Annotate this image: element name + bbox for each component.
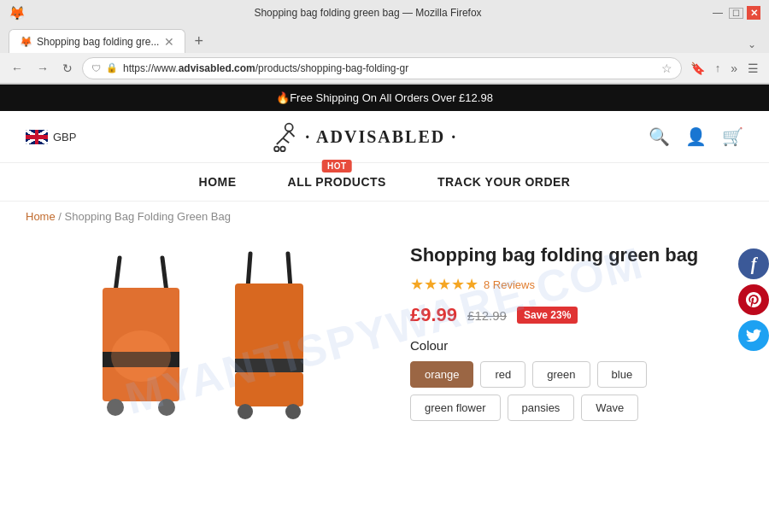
url-display: https://www.advisabled.com/products/shop… (123, 62, 656, 74)
tab-favicon-icon: 🦊 (20, 36, 32, 48)
browser-navbar: ← → ↻ 🛡 🔒 https://www.advisabled.com/pro… (0, 53, 769, 84)
bookmarks-button[interactable]: 🔖 (687, 59, 708, 78)
svg-rect-19 (235, 372, 303, 406)
promo-text: 🔥Free Shipping On All Orders Over £12.98 (276, 91, 493, 104)
uk-flag-icon (26, 130, 48, 144)
site-logo[interactable]: · ADVISABLED · (76, 121, 649, 152)
menu-button[interactable]: ☰ (744, 59, 762, 78)
search-icon[interactable]: 🔍 (649, 126, 670, 147)
product-images (26, 240, 384, 421)
product-info: Shopping bag folding green bag ★★★★★ 8 R… (410, 240, 743, 421)
breadcrumb: Home / Shopping Bag Folding Green Bag (0, 202, 769, 231)
colour-green-flower-button[interactable]: green flower (410, 395, 501, 421)
browser-titlebar: 🦊 Shopping bag folding green bag — Mozil… (0, 0, 769, 26)
svg-point-13 (158, 399, 175, 416)
product-title: Shopping bag folding green bag (410, 244, 743, 266)
svg-rect-17 (235, 284, 303, 360)
pinterest-share-button[interactable] (738, 284, 769, 315)
colour-wave-button[interactable]: Wave (581, 395, 638, 421)
svg-line-3 (283, 138, 289, 143)
price-original: £12.99 (467, 308, 507, 323)
svg-line-1 (283, 132, 289, 138)
colour-options: orange red green blue green flower pansi… (410, 361, 743, 421)
nav-extra-buttons: 🔖 ↑ » ☰ (687, 59, 762, 78)
site-content: 🔥Free Shipping On All Orders Over £12.98… (0, 85, 769, 430)
colour-label: Colour (410, 338, 743, 353)
colour-orange-button[interactable]: orange (410, 361, 473, 388)
lock-icon: 🔒 (106, 62, 118, 73)
header-icons: 🔍 👤 🛒 (649, 126, 743, 147)
maximize-button[interactable]: ☐ (729, 8, 743, 19)
twitter-icon (746, 328, 761, 343)
product-image-2 (209, 241, 329, 420)
breadcrumb-current: Shopping Bag Folding Green Bag (65, 210, 231, 223)
svg-line-16 (288, 254, 291, 288)
price-current: £9.99 (410, 304, 457, 326)
svg-point-6 (274, 147, 279, 151)
svg-point-21 (285, 404, 301, 419)
share-button[interactable]: ↑ (712, 59, 725, 77)
logo-text: · ADVISABLED · (305, 127, 457, 147)
tab-close-button[interactable]: ✕ (164, 35, 174, 49)
promo-bar: 🔥Free Shipping On All Orders Over £12.98 (0, 85, 769, 111)
currency-label: GBP (53, 131, 76, 143)
account-icon[interactable]: 👤 (685, 126, 707, 147)
logo-runner-icon (267, 121, 298, 152)
minimize-button[interactable]: — (710, 7, 725, 19)
svg-line-8 (162, 258, 167, 292)
colour-red-button[interactable]: red (480, 361, 525, 388)
svg-point-12 (107, 399, 124, 416)
hot-badge: HOT (322, 160, 352, 172)
address-bar[interactable]: 🛡 🔒 https://www.advisabled.com/products/… (82, 57, 682, 79)
close-button[interactable]: ✕ (747, 6, 760, 20)
svg-point-0 (285, 124, 293, 132)
site-header: GBP · ADVISABLED · 🔍 👤 🛒 (0, 111, 769, 163)
svg-line-4 (289, 132, 294, 137)
back-button[interactable]: ← (7, 59, 27, 78)
cart-icon[interactable]: 🛒 (722, 126, 743, 147)
colour-pansies-button[interactable]: pansies (508, 395, 575, 421)
extensions-button[interactable]: » (727, 59, 741, 78)
price-row: £9.99 £12.99 Save 23% (410, 304, 743, 326)
svg-line-15 (248, 254, 250, 288)
nav-home[interactable]: HOME (199, 175, 237, 189)
svg-line-7 (115, 258, 120, 292)
svg-line-2 (277, 138, 283, 144)
firefox-icon: 🦊 (9, 5, 26, 21)
browser-title: Shopping bag folding green bag — Mozilla… (26, 7, 710, 19)
product-rating: ★★★★★ 8 Reviews (410, 275, 743, 294)
twitter-share-button[interactable] (738, 320, 769, 351)
nav-track-order[interactable]: TRACK YOUR ORDER (437, 175, 571, 189)
browser-chrome: 🦊 Shopping bag folding green bag — Mozil… (0, 0, 769, 85)
svg-point-20 (238, 404, 253, 419)
star-rating: ★★★★★ (410, 275, 478, 294)
save-badge: Save 23% (517, 307, 578, 324)
review-count-link[interactable]: 8 Reviews (484, 278, 535, 291)
svg-rect-18 (235, 359, 303, 372)
product-area: Shopping bag folding green bag ★★★★★ 8 R… (0, 231, 769, 430)
social-share-bar: f (738, 248, 769, 351)
svg-point-14 (111, 330, 171, 382)
browser-tabs: 🦊 Shopping bag folding gre... ✕ + ⌄ (0, 26, 769, 53)
svg-point-5 (281, 147, 285, 151)
facebook-share-button[interactable]: f (738, 248, 769, 279)
pinterest-icon (746, 292, 761, 307)
forward-button[interactable]: → (32, 59, 53, 78)
window-controls: — ☐ ✕ (710, 6, 760, 20)
colour-green-button[interactable]: green (532, 361, 590, 388)
active-tab[interactable]: 🦊 Shopping bag folding gre... ✕ (9, 29, 185, 53)
product-image-1 (81, 241, 201, 420)
nav-all-products[interactable]: HOT ALL PRODUCTS (288, 175, 386, 189)
new-tab-button[interactable]: + (189, 29, 208, 53)
breadcrumb-separator: / (58, 210, 64, 223)
colour-blue-button[interactable]: blue (597, 361, 648, 388)
shield-icon: 🛡 (91, 63, 101, 73)
bookmark-star-icon[interactable]: ☆ (661, 61, 672, 75)
reload-button[interactable]: ↻ (58, 59, 77, 78)
breadcrumb-home-link[interactable]: Home (26, 210, 56, 223)
currency-selector[interactable]: GBP (26, 130, 76, 144)
tab-title-label: Shopping bag folding gre... (37, 36, 159, 48)
site-nav: HOME HOT ALL PRODUCTS TRACK YOUR ORDER (0, 163, 769, 202)
tab-dropdown-button[interactable]: ⌄ (743, 36, 760, 53)
